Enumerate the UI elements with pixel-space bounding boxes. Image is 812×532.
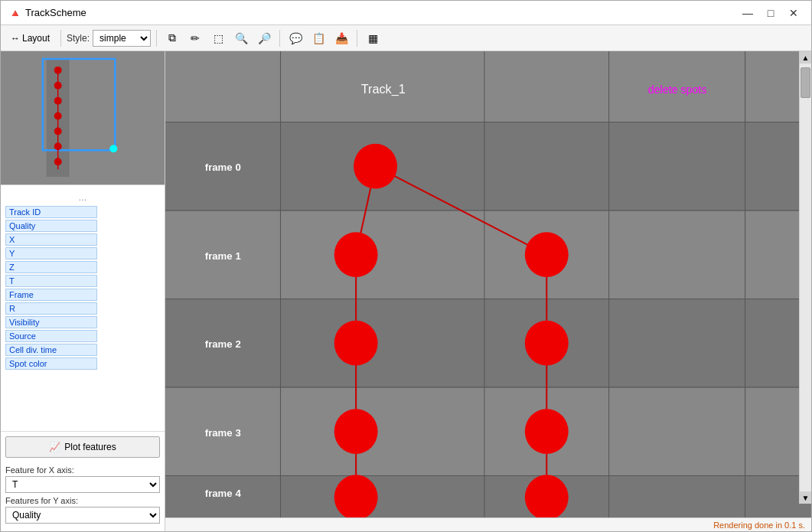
table-icon: ▦ — [368, 32, 378, 44]
svg-point-10 — [54, 142, 62, 150]
svg-text:frame 2: frame 2 — [205, 338, 241, 350]
layout-button[interactable]: ↔ Layout — [5, 28, 55, 48]
prop-z: Z — [5, 261, 160, 273]
svg-point-44 — [525, 232, 569, 277]
action2-button[interactable]: 📋 — [308, 28, 328, 48]
svg-text:frame 4: frame 4 — [205, 488, 242, 499]
prop-trackid: Track ID — [5, 206, 160, 218]
layout-icon: ↔ — [11, 33, 20, 44]
select-button[interactable]: ⬚ — [208, 28, 228, 48]
window-title: TrackScheme — [25, 7, 738, 18]
plot-features-icon: 📈 — [49, 442, 60, 452]
prop-y: Y — [5, 247, 160, 259]
track-svg: Track_1 delete spots frame 0 frame 1 fra… — [165, 51, 811, 517]
window-controls: — □ ✕ — [738, 5, 804, 21]
y-axis-select[interactable]: Quality X Y Z T Frame R — [5, 507, 160, 524]
prop-label-source[interactable]: Source — [5, 330, 97, 342]
app-icon: 🔺 — [8, 7, 21, 19]
prop-label-r[interactable]: R — [5, 302, 97, 315]
properties-area: ... Track ID Quality X Y Z T — [1, 185, 165, 431]
prop-spotcolor: Spot color — [5, 357, 160, 370]
prop-quality: Quality — [5, 220, 160, 232]
svg-point-7 — [54, 97, 62, 105]
separator-3 — [279, 30, 280, 47]
status-bar: Rendering done in 0.1 s. — [165, 517, 811, 531]
prop-label-quality[interactable]: Quality — [5, 220, 97, 232]
zoom-button[interactable]: 🔎 — [254, 28, 274, 48]
svg-text:Track_1: Track_1 — [361, 81, 406, 96]
prop-t: T — [5, 275, 160, 287]
maximize-button[interactable]: □ — [761, 5, 781, 21]
scrollbar-thumb[interactable] — [801, 67, 810, 98]
action1-icon: 💬 — [289, 32, 302, 44]
svg-point-11 — [54, 158, 62, 165]
toolbar: ↔ Layout Style: simple full compact ⧉ ✏ … — [1, 25, 811, 51]
main-window: 🔺 TrackScheme — □ ✕ ↔ Layout Style: simp… — [0, 0, 812, 532]
prop-visibility: Visibility — [5, 316, 160, 328]
import-button[interactable]: 📥 — [331, 28, 351, 48]
svg-rect-15 — [165, 299, 811, 387]
prop-label-z[interactable]: Z — [5, 261, 97, 273]
separator-2 — [156, 30, 157, 47]
pencil-button[interactable]: ✏ — [185, 28, 205, 48]
scroll-down-button[interactable]: ▼ — [800, 491, 811, 504]
prop-x: X — [5, 233, 160, 246]
minimap-svg — [1, 51, 165, 184]
prop-label-visibility[interactable]: Visibility — [5, 316, 97, 328]
pencil-icon: ✏ — [191, 32, 200, 44]
svg-point-48 — [525, 409, 569, 454]
svg-text:frame 3: frame 3 — [205, 427, 241, 439]
x-axis-select[interactable]: T Quality X Y Z Frame R — [5, 476, 160, 493]
action1-button[interactable]: 💬 — [285, 28, 305, 48]
scrollbar-y[interactable]: ▲ ▼ — [799, 51, 811, 504]
svg-point-9 — [54, 127, 62, 135]
copy-icon: ⧉ — [168, 31, 176, 44]
table-button[interactable]: ▦ — [363, 28, 383, 48]
title-bar: 🔺 TrackScheme — □ ✕ — [1, 1, 811, 25]
scroll-up-button[interactable]: ▲ — [800, 51, 811, 64]
plot-features-button[interactable]: 📈 Plot features — [5, 436, 160, 458]
minimap[interactable] — [1, 51, 165, 185]
style-select[interactable]: simple full compact — [93, 30, 151, 47]
minimize-button[interactable]: — — [738, 5, 758, 21]
svg-rect-13 — [165, 122, 811, 211]
prop-label-t[interactable]: T — [5, 275, 97, 287]
search-plus-button[interactable]: 🔍 — [231, 28, 251, 48]
style-label: Style: — [67, 33, 90, 44]
prop-label-y[interactable]: Y — [5, 247, 97, 259]
close-button[interactable]: ✕ — [784, 5, 804, 21]
scrollbar-track — [800, 64, 811, 491]
prop-label-celldiv[interactable]: Cell div. time — [5, 344, 97, 356]
svg-rect-17 — [165, 475, 811, 517]
separator-4 — [357, 30, 357, 47]
svg-point-8 — [54, 113, 62, 120]
ellipsis: ... — [5, 188, 160, 206]
layout-label: Layout — [22, 33, 50, 44]
svg-point-3 — [109, 145, 117, 152]
prop-label-trackid[interactable]: Track ID — [5, 206, 97, 218]
axis-section: Feature for X axis: T Quality X Y Z Fram… — [1, 462, 165, 531]
prop-label-spotcolor[interactable]: Spot color — [5, 357, 97, 370]
copy-button[interactable]: ⧉ — [162, 28, 182, 48]
svg-text:delete spots: delete spots — [648, 83, 707, 95]
track-canvas[interactable]: Track_1 delete spots frame 0 frame 1 fra… — [165, 51, 811, 517]
zoom-icon: 🔎 — [258, 32, 271, 44]
svg-point-6 — [54, 82, 62, 90]
x-axis-label: Feature for X axis: — [5, 465, 160, 475]
prop-label-x[interactable]: X — [5, 233, 97, 246]
svg-point-47 — [334, 409, 378, 454]
prop-label-frame[interactable]: Frame — [5, 289, 97, 301]
svg-point-5 — [54, 67, 62, 74]
separator-1 — [60, 30, 61, 47]
right-panel: Track_1 delete spots frame 0 frame 1 fra… — [165, 51, 811, 531]
prop-frame: Frame — [5, 289, 160, 301]
prop-r: R — [5, 302, 160, 315]
svg-rect-0 — [1, 51, 165, 184]
action2-icon: 📋 — [312, 32, 325, 44]
left-panel: ... Track ID Quality X Y Z T — [1, 51, 165, 531]
svg-point-42 — [354, 144, 397, 189]
y-axis-label: Features for Y axis: — [5, 496, 160, 505]
svg-point-46 — [525, 321, 569, 366]
import-icon: 📥 — [335, 32, 348, 44]
prop-source: Source — [5, 330, 160, 342]
